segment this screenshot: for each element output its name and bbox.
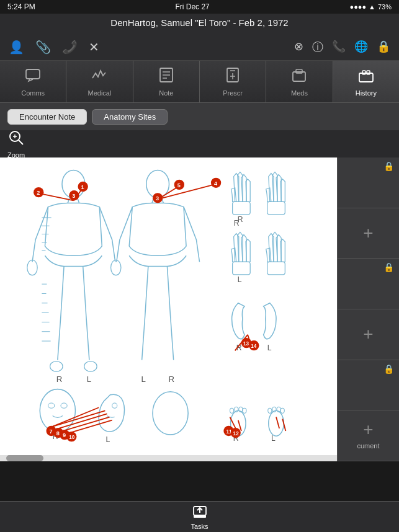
document-label: cument [354, 440, 382, 452]
info-circle-icon[interactable]: ⓘ [312, 40, 323, 55]
phone-icon[interactable]: 📞 [62, 40, 78, 55]
main-content: R L L R [0, 157, 399, 461]
svg-rect-8 [359, 73, 373, 82]
prescr-icon [225, 67, 241, 87]
tab-medical[interactable]: Medical [66, 61, 133, 102]
tab-history[interactable]: History [333, 61, 399, 102]
svg-text:4: 4 [214, 180, 218, 187]
paperclip-icon[interactable]: 📎 [35, 40, 51, 55]
svg-text:L: L [267, 344, 272, 352]
svg-text:14: 14 [251, 344, 257, 349]
note-icon [158, 67, 174, 87]
sub-tabs: Encounter Note Anatomy Sites [0, 103, 399, 130]
scroll-bar[interactable] [0, 455, 337, 461]
meds-icon [291, 67, 307, 87]
signal-icon: ●●●● [350, 3, 367, 11]
lock-icon-2: 🔒 [383, 262, 394, 272]
svg-text:R: R [56, 375, 63, 384]
battery-indicator: 73% [378, 3, 392, 11]
svg-text:3: 3 [72, 193, 75, 199]
anatomy-canvas[interactable]: R L L R [0, 157, 337, 461]
svg-text:R: R [169, 375, 175, 384]
tab-comms-label: Comms [21, 89, 45, 97]
sub-tab-encounter-note[interactable]: Encounter Note [7, 109, 87, 125]
right-panel: 🔒 + 🔒 + 🔒 + cument [337, 157, 399, 461]
svg-text:12: 12 [233, 431, 240, 437]
tab-meds-label: Meds [291, 89, 308, 97]
anatomy-diagram: R L L R [0, 157, 337, 461]
plus-icon-1: + [363, 223, 373, 243]
lock-icon-1: 🔒 [383, 161, 394, 171]
tab-meds[interactable]: Meds [266, 61, 333, 102]
phone2-icon[interactable]: 📞 [332, 40, 346, 55]
title-bar: DenHartog, Samuel "El Toro" - Feb 2, 197… [0, 14, 399, 33]
plus-icon-2: + [363, 324, 373, 344]
right-panel-item-2[interactable]: + [338, 208, 399, 259]
plus-icon-3: + [363, 420, 373, 440]
right-panel-item-4[interactable]: + [338, 309, 399, 360]
svg-text:L: L [87, 375, 91, 384]
status-time: 5:24 PM [7, 2, 35, 11]
tab-history-label: History [356, 89, 377, 97]
svg-text:10: 10 [69, 435, 75, 440]
nav-tabs: Comms Medical Note Prescr [0, 61, 399, 103]
bottom-bar: Tasks [0, 501, 399, 532]
svg-text:13: 13 [243, 341, 249, 347]
svg-text:L: L [238, 275, 242, 284]
wifi-icon: ▲ [369, 3, 375, 11]
svg-rect-10 [367, 71, 370, 74]
svg-text:9: 9 [63, 432, 66, 438]
lock-icon[interactable]: 🔒 [377, 40, 390, 55]
tasks-icon [192, 504, 208, 521]
zoom-toolbar: Zoom [0, 130, 399, 157]
globe-icon[interactable]: 🌐 [354, 40, 368, 55]
zoom-button[interactable]: Zoom [7, 129, 25, 159]
svg-text:L: L [271, 434, 276, 443]
person-icon[interactable]: 👤 [9, 40, 24, 55]
tasks-button[interactable]: Tasks [191, 504, 208, 530]
medical-icon [91, 67, 107, 87]
svg-line-12 [19, 140, 23, 144]
tab-prescr-label: Prescr [223, 89, 243, 97]
scroll-thumb[interactable] [6, 455, 43, 461]
status-bar: 5:24 PM Fri Dec 27 ●●●● ▲ 73% [0, 0, 399, 14]
right-panel-item-3[interactable]: 🔒 [338, 259, 399, 309]
svg-text:2: 2 [37, 190, 40, 196]
svg-rect-0 [26, 69, 40, 79]
svg-text:L: L [105, 435, 110, 444]
patient-name: DenHartog, Samuel "El Toro" - Feb 2, 197… [110, 17, 288, 28]
zoom-icon [7, 129, 25, 150]
tasks-label: Tasks [191, 523, 208, 530]
tab-prescr[interactable]: Prescr [200, 61, 266, 102]
svg-text:3: 3 [156, 195, 159, 202]
action-bar: 👤 📎 📞 ✕ ⊗ ⓘ 📞 🌐 🔒 [0, 33, 399, 61]
sub-tab-anatomy-sites[interactable]: Anatomy Sites [92, 109, 168, 125]
svg-text:8: 8 [56, 430, 60, 437]
svg-text:7: 7 [50, 428, 53, 435]
tab-note[interactable]: Note [133, 61, 200, 102]
right-panel-item-5[interactable]: 🔒 [338, 360, 399, 411]
svg-text:1: 1 [81, 184, 84, 190]
close-icon[interactable]: ✕ [89, 40, 99, 55]
comms-icon [25, 67, 41, 87]
tab-medical-label: Medical [88, 89, 112, 97]
svg-text:L: L [141, 375, 146, 384]
right-panel-item-1[interactable]: 🔒 [338, 157, 399, 208]
lock-icon-3: 🔒 [383, 364, 394, 374]
tab-comms[interactable]: Comms [0, 61, 66, 102]
status-date: Fri Dec 27 [175, 2, 209, 11]
tab-note-label: Note [159, 89, 173, 97]
svg-text:5: 5 [177, 182, 181, 188]
email-icon[interactable]: ⊗ [294, 40, 303, 55]
history-icon [358, 67, 374, 87]
right-panel-item-6[interactable]: + cument [338, 410, 399, 461]
svg-rect-9 [362, 71, 365, 74]
svg-rect-7 [296, 69, 302, 73]
svg-text:R: R [234, 219, 240, 228]
